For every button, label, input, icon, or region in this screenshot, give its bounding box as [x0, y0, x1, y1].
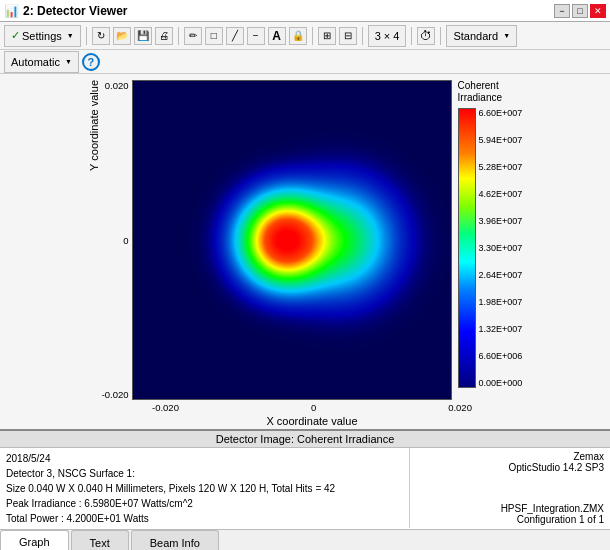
maximize-button[interactable]: □	[572, 4, 588, 18]
colorbar-wrapper: 6.60E+007 5.94E+007 5.28E+007 4.62E+007 …	[458, 108, 523, 388]
color-label-3: 5.28E+007	[479, 162, 523, 172]
info-config: Configuration 1 of 1	[416, 514, 604, 525]
toolbar-separator-5	[411, 27, 412, 45]
toolbar-separator-2	[178, 27, 179, 45]
rect-button[interactable]: □	[205, 27, 223, 45]
line-button[interactable]: ╱	[226, 27, 244, 45]
standard-button[interactable]: Standard	[446, 25, 517, 47]
title-bar-left: 📊 2: Detector Viewer	[4, 4, 128, 18]
x-axis-labels: -0.020 0 0.020	[152, 402, 472, 413]
info-zemax-line1: Zemax	[416, 451, 604, 462]
info-power: Total Power : 4.2000E+01 Watts	[6, 511, 403, 526]
info-zemax: Zemax OpticStudio 14.2 SP3	[416, 451, 604, 473]
title-bar: 📊 2: Detector Viewer − □ ✕	[0, 0, 610, 22]
color-label-5: 3.96E+007	[479, 216, 523, 226]
x-tick-3: 0	[311, 402, 316, 413]
toolbar-separator-6	[440, 27, 441, 45]
print-button[interactable]: 🖨	[155, 27, 173, 45]
colorbar-container: CoherentIrradiance 6.60E+007 5.94E+007 5…	[458, 80, 523, 388]
second-toolbar: Automatic ?	[0, 50, 610, 74]
minus-button[interactable]: −	[247, 27, 265, 45]
colorbar	[458, 108, 476, 388]
refresh-button[interactable]: ↻	[92, 27, 110, 45]
info-size: Size 0.040 W X 0.040 H Millimeters, Pixe…	[6, 481, 403, 496]
main-content: Y coordinate value 0.020 0 -0.020 Cohere…	[0, 74, 610, 550]
y-axis-label: Y coordinate value	[88, 80, 100, 191]
color-label-8: 1.98E+007	[479, 297, 523, 307]
info-panel: Detector Image: Coherent Irradiance 2018…	[0, 429, 610, 529]
info-right: Zemax OpticStudio 14.2 SP3 HPSF_Integrat…	[410, 448, 610, 528]
info-detector: Detector 3, NSCG Surface 1:	[6, 466, 403, 481]
info-content: 2018/5/24 Detector 3, NSCG Surface 1: Si…	[0, 448, 610, 528]
color-label-9: 1.32E+007	[479, 324, 523, 334]
animate-button[interactable]: ⏱	[417, 27, 435, 45]
y-tick-3: 0	[123, 235, 128, 246]
tab-text[interactable]: Text	[71, 530, 129, 550]
info-file: HPSF_Integration.ZMX Configuration 1 of …	[416, 503, 604, 525]
color-label-11: 0.00E+000	[479, 378, 523, 388]
info-left: 2018/5/24 Detector 3, NSCG Surface 1: Si…	[0, 448, 410, 528]
chart-container: Y coordinate value 0.020 0 -0.020 Cohere…	[4, 80, 606, 427]
automatic-button[interactable]: Automatic	[4, 51, 79, 73]
x-tick-5: 0.020	[448, 402, 472, 413]
x-tick-1: -0.020	[152, 402, 179, 413]
crop-button[interactable]: ⊞	[318, 27, 336, 45]
window-title: 2: Detector Viewer	[23, 4, 128, 18]
color-label-4: 4.62E+007	[479, 189, 523, 199]
chart-with-axes: 0.020 0 -0.020 CoherentIrradiance	[102, 80, 523, 427]
color-label-10: 6.60E+006	[479, 351, 523, 361]
y-tick-5: -0.020	[102, 389, 129, 400]
color-label-6: 3.30E+007	[479, 243, 523, 253]
info-date: 2018/5/24	[6, 451, 403, 466]
toolbar-separator-3	[312, 27, 313, 45]
color-label-1: 6.60E+007	[479, 108, 523, 118]
open-button[interactable]: 📂	[113, 27, 131, 45]
minimize-button[interactable]: −	[554, 4, 570, 18]
y-tick-1: 0.020	[105, 80, 129, 91]
info-zemax-line2: OpticStudio 14.2 SP3	[416, 462, 604, 473]
colorbar-title: CoherentIrradiance	[458, 80, 502, 104]
lock-button[interactable]: 🔒	[289, 27, 307, 45]
toolbar-separator-4	[362, 27, 363, 45]
close-button[interactable]: ✕	[590, 4, 606, 18]
text-button[interactable]: A	[268, 27, 286, 45]
help-button[interactable]: ?	[82, 53, 100, 71]
canvas-and-colorbar: CoherentIrradiance 6.60E+007 5.94E+007 5…	[132, 80, 523, 400]
heatmap-canvas[interactable]	[132, 80, 452, 400]
tab-graph[interactable]: Graph	[0, 530, 69, 550]
x-axis-label: X coordinate value	[266, 415, 357, 427]
plot-area: Y coordinate value 0.020 0 -0.020 Cohere…	[0, 74, 610, 429]
save-button[interactable]: 💾	[134, 27, 152, 45]
y-axis-labels: 0.020 0 -0.020	[102, 80, 132, 400]
tab-beam-info[interactable]: Beam Info	[131, 530, 219, 550]
chart-row: 0.020 0 -0.020 CoherentIrradiance	[102, 80, 523, 400]
grid-button[interactable]: 3 × 4	[368, 25, 407, 47]
window-icon: 📊	[4, 4, 19, 18]
settings-check-icon: ✓	[11, 29, 20, 42]
bottom-tabs: Graph Text Beam Info	[0, 529, 610, 550]
main-toolbar: ✓ Settings ↻ 📂 💾 🖨 ✏ □ ╱ − A 🔒 ⊞ ⊟ 3 × 4…	[0, 22, 610, 50]
color-label-2: 5.94E+007	[479, 135, 523, 145]
toolbar-separator-1	[86, 27, 87, 45]
info-panel-title: Detector Image: Coherent Irradiance	[0, 431, 610, 448]
color-label-7: 2.64E+007	[479, 270, 523, 280]
draw-button[interactable]: ✏	[184, 27, 202, 45]
info-file-name: HPSF_Integration.ZMX	[416, 503, 604, 514]
info-peak: Peak Irradiance : 6.5980E+07 Watts/cm^2	[6, 496, 403, 511]
zoom-button[interactable]: ⊟	[339, 27, 357, 45]
colorbar-labels: 6.60E+007 5.94E+007 5.28E+007 4.62E+007 …	[479, 108, 523, 388]
settings-button[interactable]: ✓ Settings	[4, 25, 81, 47]
window-controls: − □ ✕	[554, 4, 606, 18]
